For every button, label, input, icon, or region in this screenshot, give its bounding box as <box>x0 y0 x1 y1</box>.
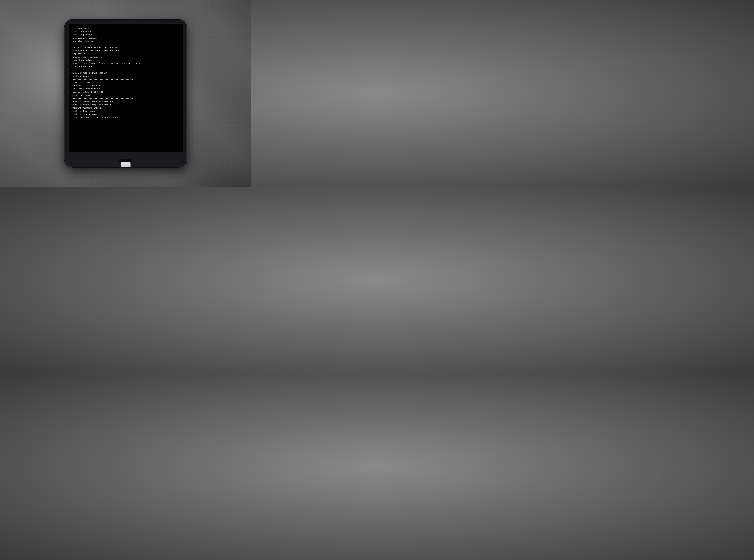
scene: -- Wiping data... Formatting /data... Fo… <box>0 0 251 186</box>
phone-bottom <box>65 152 186 166</box>
cable-connector <box>121 162 131 166</box>
usb-port <box>119 159 132 164</box>
terminal-text: -- Wiping data... Formatting /data... Fo… <box>72 27 180 119</box>
phone-device: -- Wiping data... Formatting /data... Fo… <box>65 20 186 166</box>
phone-screen: -- Wiping data... Formatting /data... Fo… <box>68 24 183 152</box>
terminal-output: -- Wiping data... Formatting /data... Fo… <box>68 24 183 152</box>
